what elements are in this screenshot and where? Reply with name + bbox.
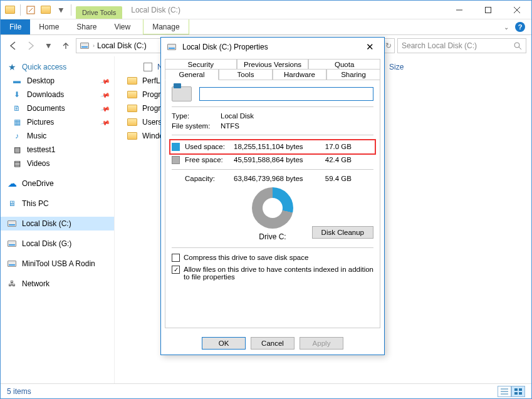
used-color-swatch [172,143,180,151]
app-icon [3,3,17,17]
qat-dropdown-icon[interactable]: ⯆ [54,3,68,17]
free-color-swatch [172,156,180,164]
svg-rect-2 [486,7,491,13]
sidebar-item-testtest1[interactable]: ▤testtest1 [1,143,114,157]
indexing-label: Allow files on this drive to have conten… [184,266,373,281]
sidebar-item-pictures[interactable]: ▦Pictures📌 [1,115,114,129]
close-button[interactable] [503,1,531,19]
pin-icon: 📌 [100,76,110,86]
svg-rect-12 [514,392,518,395]
ok-button[interactable]: OK [202,337,246,350]
volume-label-input[interactable] [199,87,373,101]
recent-dropdown[interactable]: ⯆ [41,38,56,53]
status-bar: 5 items [1,383,531,398]
compress-checkbox[interactable] [172,254,180,262]
apply-button[interactable]: Apply [300,337,343,350]
ribbon-expand-icon[interactable]: ⌄ [504,24,509,31]
qat-new-folder-icon[interactable] [39,3,53,17]
view-large-button[interactable] [511,386,525,397]
column-size[interactable]: Size [389,63,404,71]
folder-icon [127,118,137,126]
up-button[interactable] [58,38,73,53]
indexing-checkbox[interactable]: ✓ [172,266,180,274]
tab-manage[interactable]: Manage [143,19,189,34]
sidebar-drive-c[interactable]: Local Disk (C:) [1,217,114,231]
folder-icon [127,77,137,85]
minimize-button[interactable] [445,1,474,19]
disk-cleanup-button[interactable]: Disk Cleanup [312,226,373,239]
compress-label: Compress this drive to save disk space [184,254,308,261]
filesystem-label: File system: [172,122,221,130]
breadcrumb-segment[interactable]: Local Disk (C:) [97,41,147,50]
free-label: Free space: [185,156,234,164]
tab-general[interactable]: General [165,69,219,80]
tab-quota[interactable]: Quota [308,59,380,70]
tab-sharing[interactable]: Sharing [326,69,380,80]
refresh-icon[interactable]: ↻ [385,41,392,50]
svg-rect-11 [519,388,522,391]
tab-previous-versions[interactable]: Previous Versions [237,59,309,70]
sidebar-item-music[interactable]: ♪Music [1,129,114,143]
dialog-title: Local Disk (C:) Properties [182,43,268,51]
tab-home[interactable]: Home [30,19,68,34]
pin-icon: 📌 [100,90,110,100]
properties-dialog: Local Disk (C:) Properties ✕ Security Pr… [160,37,385,355]
sidebar-quick-access[interactable]: ★Quick access [1,60,114,74]
dialog-titlebar[interactable]: Local Disk (C:) Properties ✕ [161,38,384,56]
tab-hardware[interactable]: Hardware [273,69,326,80]
folder-icon [127,105,137,112]
used-label: Used space: [185,143,234,151]
download-icon: ⬇ [12,90,22,100]
drive-icon [7,239,17,249]
search-input[interactable]: Search Local Disk (C:) [397,38,526,53]
pin-icon: 📌 [100,117,110,127]
qat-properties-icon[interactable] [24,3,38,17]
contextual-tab-label: Drive Tools [76,6,122,19]
tab-security[interactable]: Security [165,59,237,70]
svg-line-6 [519,47,521,49]
sidebar-item-desktop[interactable]: ▬Desktop📌 [1,74,114,88]
navigation-pane: ★Quick access ▬Desktop📌 ⬇Downloads📌 🗎Doc… [1,56,115,383]
sidebar-drive-g[interactable]: Local Disk (G:) [1,237,114,251]
maximize-button[interactable] [474,1,503,19]
folder-icon: ▤ [12,145,22,155]
svg-rect-10 [514,388,518,391]
tab-panel-general: Type:Local Disk File system:NTFS Used sp… [165,80,380,328]
capacity-bytes: 63,846,739,968 bytes [234,175,315,182]
capacity-label: Capacity: [185,175,234,182]
select-all-checkbox[interactable] [143,63,152,71]
forward-button[interactable] [23,38,38,53]
used-bytes: 18,255,151,104 bytes [234,143,315,151]
free-gb: 42.4 GB [315,156,352,164]
cloud-icon: ☁ [7,179,17,189]
dialog-close-button[interactable]: ✕ [360,41,379,53]
back-button[interactable] [6,38,21,53]
pc-icon: 🖥 [7,199,17,209]
documents-icon: 🗎 [12,103,22,113]
ribbon-tabs: File Home Share View Manage ⌄ ? [1,19,531,35]
sidebar-onedrive[interactable]: ☁OneDrive [1,177,114,190]
sidebar-item-downloads[interactable]: ⬇Downloads📌 [1,88,114,101]
sidebar-item-videos[interactable]: ▤Videos [1,157,114,170]
tab-file[interactable]: File [1,19,30,34]
svg-point-5 [514,43,519,48]
sidebar-this-pc[interactable]: 🖥This PC [1,197,114,210]
folder-icon [127,132,137,140]
cancel-button[interactable]: Cancel [251,337,295,350]
type-label: Type: [172,112,221,120]
tab-tools[interactable]: Tools [219,69,273,80]
free-bytes: 45,591,588,864 bytes [234,156,315,164]
drive-icon [79,40,90,51]
tab-view[interactable]: View [105,19,139,34]
sidebar-drive-usb[interactable]: MiniTool USB A Rodin [1,257,114,271]
tab-share[interactable]: Share [68,19,105,34]
pictures-icon: ▦ [12,117,22,127]
view-details-button[interactable] [498,386,511,397]
item-count: 5 items [7,387,31,396]
search-icon[interactable] [513,41,522,50]
help-icon[interactable]: ? [515,22,525,32]
type-value: Local Disk [221,112,254,120]
sidebar-network[interactable]: 🖧Network [1,277,114,291]
sidebar-item-documents[interactable]: 🗎Documents📌 [1,101,114,115]
window-titlebar: ⯆ Drive Tools Local Disk (C:) [1,1,531,19]
